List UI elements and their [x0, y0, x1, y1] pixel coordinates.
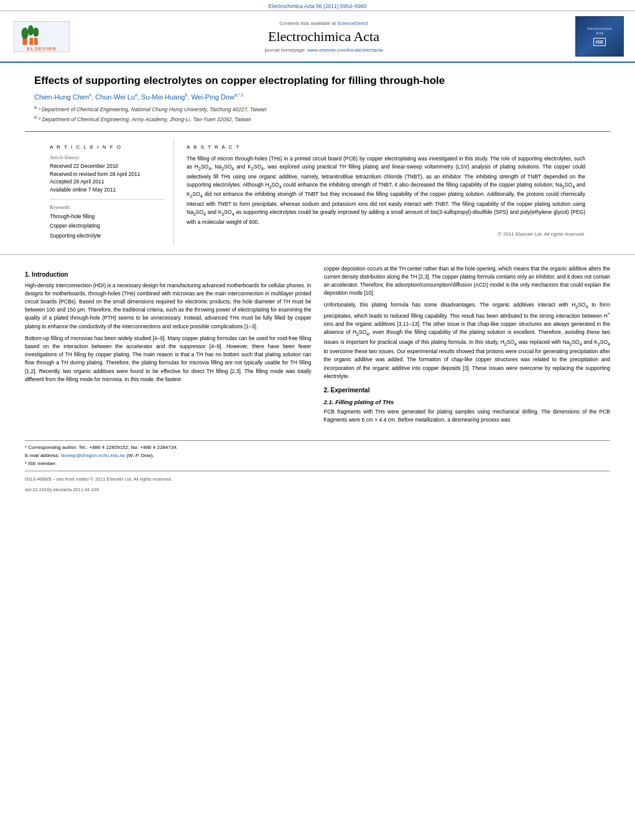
journal-title-block: Contents lists available at ScienceDirec…	[82, 16, 565, 57]
intro-para2: Bottom-up filling of microvias has been …	[25, 335, 312, 384]
footer-issn: 0013-4686/$ – see front matter © 2011 El…	[25, 474, 610, 484]
keyword-2: Copper electroplating	[50, 221, 164, 231]
footer-corresponding: * Corresponding author. Tel.: +886 4 228…	[25, 444, 610, 452]
history-label: Article history:	[50, 155, 164, 160]
article-header: Effects of supporting electrolytes on co…	[0, 63, 635, 131]
svg-point-3	[33, 27, 39, 37]
body-col-left: 1. Introduction High-density interconnec…	[25, 265, 312, 428]
logo-journal-name: ElectrochimicaActa	[587, 27, 611, 35]
abstract-column: A B S T R A C T The filling of micron th…	[187, 138, 585, 246]
footer-email-suffix: (W.-P. Dow).	[126, 453, 154, 458]
keywords-section: Keywords: Through-hole filling Copper el…	[50, 205, 164, 241]
article-authors: Chien-Hung Chena, Chun-Wei Lua, Su-Mei H…	[34, 93, 601, 101]
keywords-list: Through-hole filling Copper electroplati…	[50, 212, 164, 241]
elsevier-logo-svg	[20, 22, 63, 46]
footer-email-line: E-mail address: dowwp@dragon.nchu.edu.tw…	[25, 452, 610, 460]
journal-header: ELSEVIER Contents lists available at Sci…	[0, 11, 635, 63]
experimental-para1: PCB fragments with THs were generated fo…	[324, 408, 611, 424]
svg-point-1	[22, 27, 29, 39]
intro-para1: High-density interconnection (HDI) is a …	[25, 282, 312, 331]
abstract-copyright: © 2011 Elsevier Ltd. All rights reserved…	[187, 231, 585, 237]
body-two-col: 1. Introduction High-density interconnec…	[25, 265, 610, 428]
footer-ise: ¹ ISE member.	[25, 460, 610, 468]
keyword-1: Through-hole filling	[50, 212, 164, 221]
article-history: Article history: Received 22 December 20…	[50, 155, 164, 194]
received-revised: Received in revised form 28 April 2011	[50, 170, 164, 178]
intro-para4: Unfortunately, this plating formula has …	[324, 301, 611, 380]
body-content: 1. Introduction High-density interconnec…	[0, 254, 635, 434]
keywords-label: Keywords:	[50, 205, 164, 210]
elsevier-logo-container: ELSEVIER	[7, 16, 76, 57]
article-info-column: A R T I C L E I N F O Article history: R…	[50, 138, 174, 246]
sciencedirect-anchor[interactable]: ScienceDirect	[337, 21, 368, 26]
section2-title: 2. Experimental	[324, 387, 611, 394]
journal-homepage: journal homepage: www.elsevier.com/locat…	[265, 47, 383, 53]
journal-title: Electrochimica Acta	[268, 29, 379, 45]
intro-para3: copper deposition occurs at the TH cente…	[324, 265, 611, 298]
accepted-date: Accepted 28 April 2011	[50, 178, 164, 186]
svg-point-2	[28, 25, 34, 35]
elsevier-logo: ELSEVIER	[14, 21, 70, 52]
sciencedirect-link: Contents lists available at ScienceDirec…	[279, 21, 368, 26]
affiliation-a: a ᵃ Department of Chemical Engineering, …	[34, 104, 601, 114]
footer-copyright-block: 0013-4686/$ – see front matter © 2011 El…	[25, 471, 610, 495]
section1-title: 1. Introduction	[25, 271, 312, 278]
electrochimica-logo: ElectrochimicaActa ISE	[575, 16, 624, 57]
journal-logo-right: ElectrochimicaActa ISE	[572, 16, 628, 57]
footer: * Corresponding author. Tel.: +886 4 228…	[25, 440, 610, 468]
svg-rect-4	[30, 38, 34, 45]
logo-ise-badge: ISE	[593, 38, 606, 46]
journal-top-bar: Electrochimica Acta 56 (2011) 5954–5960	[0, 0, 635, 11]
page: Electrochimica Acta 56 (2011) 5954–5960 …	[0, 0, 635, 840]
available-online: Available online 7 May 2011	[50, 186, 164, 194]
info-divider	[50, 199, 164, 200]
affiliation-b: b ᵇ Department of Chemical Engineering, …	[34, 114, 601, 124]
section21-title: 2.1. Filling plating of THs	[324, 399, 611, 405]
abstract-heading: A B S T R A C T	[187, 144, 585, 150]
svg-rect-5	[34, 38, 38, 45]
article-info-abstract: A R T I C L E I N F O Article history: R…	[25, 131, 610, 246]
abstract-text: The filling of micron through-holes (THs…	[187, 155, 585, 226]
article-info-heading: A R T I C L E I N F O	[50, 144, 164, 150]
keyword-3: Supporting electrolyte	[50, 231, 164, 241]
received-1: Received 22 December 2010	[50, 162, 164, 170]
footer-doi: doi:10.1016/j.electacta.2011.04.109	[25, 484, 610, 495]
footer-email: dowwp@dragon.nchu.edu.tw	[61, 453, 125, 458]
journal-reference: Electrochimica Acta 56 (2011) 5954–5960	[269, 3, 367, 9]
article-title: Effects of supporting electrolytes on co…	[34, 74, 601, 88]
elsevier-text: ELSEVIER	[27, 46, 57, 52]
body-col-right: copper deposition occurs at the TH cente…	[324, 265, 611, 428]
homepage-url[interactable]: www.elsevier.com/locate/electacta	[307, 47, 382, 53]
